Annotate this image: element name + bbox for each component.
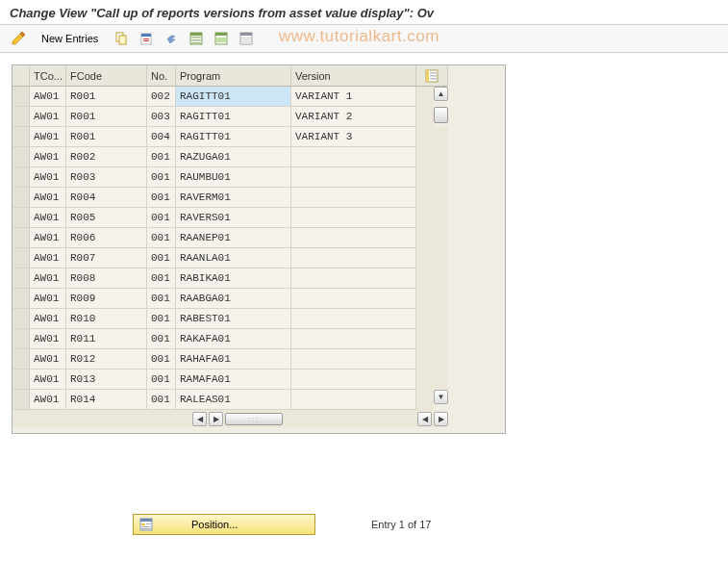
new-entries-button[interactable]: New Entries bbox=[33, 29, 107, 48]
cell-no[interactable]: 004 bbox=[147, 127, 176, 147]
col-header-no[interactable]: No. bbox=[147, 65, 176, 87]
select-block-icon[interactable] bbox=[211, 29, 232, 48]
scroll-track[interactable] bbox=[434, 349, 448, 370]
scroll-end-left[interactable]: ◀ bbox=[417, 412, 432, 426]
cell-fcode[interactable]: R002 bbox=[66, 147, 147, 167]
cell-fcode[interactable]: R001 bbox=[66, 127, 147, 147]
cell-tcode[interactable]: AW01 bbox=[30, 248, 66, 268]
cell-version[interactable] bbox=[291, 349, 416, 370]
cell-fcode[interactable]: R004 bbox=[66, 188, 147, 208]
scroll-track[interactable] bbox=[434, 147, 448, 167]
row-selector[interactable] bbox=[13, 309, 30, 329]
cell-version[interactable]: VARIANT 1 bbox=[291, 87, 416, 107]
row-selector[interactable] bbox=[13, 147, 30, 167]
cell-program[interactable]: RAVERM01 bbox=[176, 188, 291, 208]
cell-fcode[interactable]: R001 bbox=[66, 107, 147, 127]
scroll-down-arrow[interactable]: ▼ bbox=[434, 390, 448, 404]
cell-no[interactable]: 001 bbox=[147, 309, 176, 329]
cell-no[interactable]: 001 bbox=[147, 349, 176, 370]
cell-version[interactable] bbox=[291, 370, 416, 390]
scroll-track[interactable] bbox=[434, 370, 448, 390]
select-all-corner[interactable] bbox=[13, 65, 30, 87]
cell-tcode[interactable]: AW01 bbox=[30, 349, 66, 370]
scroll-track[interactable] bbox=[434, 248, 448, 268]
cell-fcode[interactable]: R011 bbox=[66, 329, 147, 349]
cell-version[interactable]: VARIANT 2 bbox=[291, 107, 416, 127]
cell-fcode[interactable]: R012 bbox=[66, 349, 147, 370]
cell-program[interactable]: RAUMBU01 bbox=[176, 167, 291, 188]
scroll-track[interactable] bbox=[434, 127, 448, 147]
scroll-track[interactable] bbox=[434, 167, 448, 188]
cell-tcode[interactable]: AW01 bbox=[30, 188, 66, 208]
cell-version[interactable] bbox=[291, 188, 416, 208]
scroll-track[interactable] bbox=[434, 309, 448, 329]
cell-fcode[interactable]: R008 bbox=[66, 268, 147, 289]
cell-no[interactable]: 002 bbox=[147, 87, 176, 107]
cell-version[interactable] bbox=[291, 268, 416, 289]
row-selector[interactable] bbox=[13, 370, 30, 390]
config-column-icon[interactable] bbox=[416, 65, 448, 87]
cell-no[interactable]: 003 bbox=[147, 107, 176, 127]
deselect-all-icon[interactable] bbox=[236, 29, 257, 48]
cell-program[interactable]: RAANEP01 bbox=[176, 228, 291, 248]
cell-tcode[interactable]: AW01 bbox=[30, 87, 66, 107]
cell-program[interactable]: RAKAFA01 bbox=[176, 329, 291, 349]
cell-tcode[interactable]: AW01 bbox=[30, 147, 66, 167]
cell-version[interactable] bbox=[291, 390, 416, 410]
cell-version[interactable] bbox=[291, 147, 416, 167]
cell-tcode[interactable]: AW01 bbox=[30, 289, 66, 309]
row-selector[interactable] bbox=[13, 208, 30, 228]
cell-fcode[interactable]: R005 bbox=[66, 208, 147, 228]
row-selector[interactable] bbox=[13, 248, 30, 268]
scroll-end-right[interactable]: ▶ bbox=[434, 412, 448, 426]
cell-program[interactable]: RAABGA01 bbox=[176, 289, 291, 309]
cell-no[interactable]: 001 bbox=[147, 390, 176, 410]
cell-tcode[interactable]: AW01 bbox=[30, 228, 66, 248]
scroll-track[interactable] bbox=[434, 208, 448, 228]
cell-no[interactable]: 001 bbox=[147, 167, 176, 188]
cell-no[interactable]: 001 bbox=[147, 329, 176, 349]
copy-as-icon[interactable] bbox=[111, 29, 132, 48]
cell-tcode[interactable]: AW01 bbox=[30, 107, 66, 127]
cell-program[interactable]: RAZUGA01 bbox=[176, 147, 291, 167]
cell-no[interactable]: 001 bbox=[147, 208, 176, 228]
cell-program[interactable]: RAANLA01 bbox=[176, 248, 291, 268]
cell-version[interactable] bbox=[291, 329, 416, 349]
cell-version[interactable] bbox=[291, 309, 416, 329]
undo-icon[interactable] bbox=[161, 29, 182, 48]
row-selector[interactable] bbox=[13, 127, 30, 147]
cell-fcode[interactable]: R009 bbox=[66, 289, 147, 309]
row-selector[interactable] bbox=[13, 390, 30, 410]
row-selector[interactable] bbox=[13, 289, 30, 309]
scroll-track[interactable] bbox=[434, 329, 448, 349]
cell-version[interactable] bbox=[291, 208, 416, 228]
row-selector[interactable] bbox=[13, 188, 30, 208]
cell-fcode[interactable]: R010 bbox=[66, 309, 147, 329]
cell-fcode[interactable]: R007 bbox=[66, 248, 147, 268]
cell-version[interactable] bbox=[291, 248, 416, 268]
cell-tcode[interactable]: AW01 bbox=[30, 127, 66, 147]
row-selector[interactable] bbox=[13, 87, 30, 107]
scroll-track[interactable] bbox=[434, 188, 448, 208]
row-selector[interactable] bbox=[13, 329, 30, 349]
cell-fcode[interactable]: R003 bbox=[66, 167, 147, 188]
cell-program[interactable]: RAVERS01 bbox=[176, 208, 291, 228]
cell-fcode[interactable]: R001 bbox=[66, 87, 147, 107]
cell-no[interactable]: 001 bbox=[147, 248, 176, 268]
cell-no[interactable]: 001 bbox=[147, 147, 176, 167]
scroll-track[interactable] bbox=[434, 228, 448, 248]
cell-program[interactable]: RABIKA01 bbox=[176, 268, 291, 289]
select-all-icon[interactable] bbox=[186, 29, 207, 48]
scroll-right-arrow[interactable]: ▶ bbox=[209, 412, 223, 426]
scroll-up-arrow[interactable]: ▲ bbox=[434, 87, 448, 101]
col-header-program[interactable]: Program bbox=[176, 65, 291, 87]
cell-program[interactable]: RALEAS01 bbox=[176, 390, 291, 410]
cell-program[interactable]: RAGITT01 bbox=[176, 107, 291, 127]
scroll-thumb[interactable] bbox=[434, 107, 448, 123]
change-icon[interactable] bbox=[8, 29, 29, 48]
cell-program[interactable]: RAGITT01 bbox=[176, 127, 291, 147]
row-selector[interactable] bbox=[13, 228, 30, 248]
scroll-track[interactable] bbox=[434, 289, 448, 309]
scroll-left-arrow[interactable]: ◀ bbox=[192, 412, 207, 426]
col-header-version[interactable]: Version bbox=[291, 65, 416, 87]
